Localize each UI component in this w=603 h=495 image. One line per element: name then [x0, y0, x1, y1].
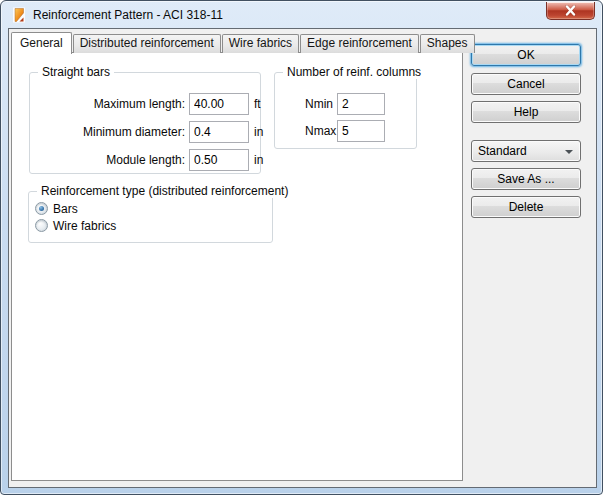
- tab-general[interactable]: General: [11, 32, 72, 54]
- nmin-input[interactable]: [337, 93, 385, 115]
- nmax-row: Nmax: [283, 120, 385, 142]
- radio-wire-fabrics-label: Wire fabrics: [53, 219, 116, 233]
- module-length-input[interactable]: [189, 149, 249, 171]
- preset-dropdown[interactable]: Standard: [471, 140, 581, 162]
- maximum-length-label: Maximum length:: [38, 97, 189, 111]
- module-length-unit: in: [254, 153, 263, 167]
- help-button[interactable]: Help: [471, 101, 581, 123]
- save-as-button[interactable]: Save As ...: [471, 168, 581, 190]
- radio-button-icon: [35, 219, 48, 232]
- minimum-diameter-label: Minimum diameter:: [38, 125, 189, 139]
- minimum-diameter-input[interactable]: [189, 121, 249, 143]
- module-length-row: Module length: in: [38, 149, 263, 171]
- straight-bars-legend: Straight bars: [38, 65, 114, 79]
- reinf-columns-legend: Number of reinf. columns: [283, 65, 425, 79]
- nmax-input[interactable]: [337, 120, 385, 142]
- dialog-window: Reinforcement Pattern - ACI 318-11 Gener…: [0, 0, 603, 495]
- tab-wire-fabrics[interactable]: Wire fabrics: [222, 34, 299, 53]
- cancel-button[interactable]: Cancel: [471, 73, 581, 95]
- module-length-label: Module length:: [38, 153, 189, 167]
- nmin-label: Nmin: [283, 97, 337, 111]
- tab-distributed-reinforcement[interactable]: Distributed reinforcement: [73, 34, 221, 53]
- radio-wire-fabrics[interactable]: Wire fabrics: [35, 218, 116, 233]
- dialog-client-area: General Distributed reinforcement Wire f…: [8, 28, 597, 488]
- tab-edge-reinforcement[interactable]: Edge reinforcement: [300, 34, 419, 53]
- action-button-column: OK Cancel Help Standard Save As ... Dele…: [471, 44, 581, 218]
- close-button[interactable]: [546, 2, 595, 20]
- minimum-diameter-unit: in: [254, 125, 263, 139]
- tab-shapes[interactable]: Shapes: [420, 34, 475, 53]
- straight-bars-group: Straight bars Maximum length: ft Minimum…: [29, 72, 261, 174]
- chevron-down-icon: [565, 150, 573, 154]
- tab-bar: General Distributed reinforcement Wire f…: [11, 31, 476, 53]
- close-icon: [564, 5, 577, 16]
- tab-page-general: Straight bars Maximum length: ft Minimum…: [11, 52, 463, 481]
- nmax-label: Nmax: [283, 124, 337, 138]
- preset-dropdown-value: Standard: [478, 144, 527, 158]
- delete-button[interactable]: Delete: [471, 196, 581, 218]
- radio-button-icon: [35, 202, 48, 215]
- window-title: Reinforcement Pattern - ACI 318-11: [33, 8, 223, 22]
- nmin-row: Nmin: [283, 93, 385, 115]
- radio-bars-label: Bars: [53, 202, 78, 216]
- reinforcement-type-legend: Reinforcement type (distributed reinforc…: [37, 184, 292, 198]
- titlebar[interactable]: Reinforcement Pattern - ACI 318-11: [1, 1, 602, 28]
- ok-button[interactable]: OK: [471, 44, 581, 66]
- minimum-diameter-row: Minimum diameter: in: [38, 121, 263, 143]
- maximum-length-row: Maximum length: ft: [38, 93, 261, 115]
- app-icon: [11, 7, 27, 23]
- maximum-length-input[interactable]: [189, 93, 249, 115]
- maximum-length-unit: ft: [254, 97, 261, 111]
- reinf-columns-group: Number of reinf. columns Nmin Nmax: [274, 72, 417, 149]
- radio-bars[interactable]: Bars: [35, 201, 78, 216]
- reinforcement-type-group: Reinforcement type (distributed reinforc…: [28, 191, 273, 243]
